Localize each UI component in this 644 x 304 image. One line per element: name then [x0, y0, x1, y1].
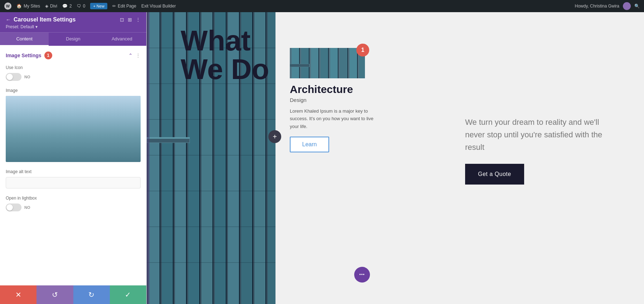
search-icon[interactable]: 🔍 — [634, 4, 640, 9]
hero-title-line2: We Do — [181, 55, 269, 84]
svg-rect-24 — [162, 12, 173, 304]
floating-menu-button[interactable]: ••• — [354, 267, 370, 283]
use-icon-field: Use Icon NO — [6, 65, 141, 81]
comment-icon: 🗨 — [77, 4, 81, 9]
dots-menu-icon: ••• — [359, 272, 365, 277]
redo-icon: ↻ — [88, 290, 94, 299]
section-dots-icon[interactable]: ⋮ — [136, 53, 141, 58]
use-icon-toggle[interactable] — [6, 73, 21, 81]
panel-title: ← Carousel Item Settings — [6, 16, 75, 23]
canvas-area: What We Do + — [147, 12, 644, 304]
panel-icons: ⊡ ⊞ ⋮ — [120, 17, 141, 23]
get-quote-btn-label: Get a Quote — [478, 171, 511, 177]
card-badge-num: 1 — [361, 47, 365, 53]
card-title: Architecture — [290, 83, 383, 95]
comment-count-menu[interactable]: 🗨 0 — [77, 4, 86, 9]
svg-rect-53 — [292, 48, 299, 78]
open-lightbox-field: Open in lightbox NO — [6, 196, 141, 211]
divi-menu[interactable]: ◈ Divi — [45, 4, 57, 9]
use-icon-label: Use Icon — [6, 65, 141, 70]
svg-rect-58 — [340, 48, 348, 78]
tab-content[interactable]: Content — [0, 33, 49, 46]
howdy-text: Howdy, Christina Gwira — [575, 4, 619, 9]
columns-icon[interactable]: ⊞ — [128, 17, 132, 23]
image-field: Image — [6, 88, 141, 162]
more-icon[interactable]: ⋮ — [136, 17, 141, 23]
preset-arrow-icon: ▾ — [35, 24, 38, 29]
open-lightbox-label: Open in lightbox — [6, 196, 141, 201]
image-preview[interactable] — [6, 96, 141, 162]
comment-count-label: 0 — [83, 4, 86, 9]
tab-design-label: Design — [66, 36, 80, 41]
lightbox-toggle-row: NO — [6, 204, 141, 211]
lightbox-toggle-label: NO — [24, 205, 30, 210]
my-sites-menu[interactable]: 🏠 My Sites — [16, 4, 40, 9]
pencil-icon: ✏ — [112, 4, 116, 9]
tagline-section: We turn your dream to reality and we'll … — [465, 116, 615, 185]
add-module-button[interactable]: + — [268, 130, 281, 143]
resize-icon[interactable]: ⊡ — [120, 17, 124, 23]
svg-rect-68 — [290, 64, 309, 67]
home-icon: 🏠 — [16, 4, 22, 9]
exit-builder-label: Exit Visual Builder — [141, 4, 176, 9]
divi-icon: ◈ — [45, 4, 48, 9]
tab-design[interactable]: Design — [49, 33, 97, 46]
section-title: Image Settings 1 — [6, 52, 52, 59]
lightbox-toggle[interactable] — [6, 204, 21, 211]
bubble-icon: 💬 — [62, 4, 68, 9]
undo-icon: ↺ — [52, 290, 58, 299]
wp-logo-icon[interactable]: W — [4, 3, 11, 10]
preset-label[interactable]: Preset: Default ▾ — [6, 24, 141, 29]
cancel-icon: ✕ — [15, 290, 21, 299]
confirm-button[interactable]: ✓ — [110, 285, 146, 304]
svg-rect-50 — [147, 137, 190, 139]
comments-menu[interactable]: 💬 2 — [62, 4, 72, 9]
panel-title-text: Carousel Item Settings — [14, 16, 75, 23]
back-arrow-icon[interactable]: ← — [6, 17, 11, 23]
new-button[interactable]: + New — [90, 3, 107, 9]
section-title-text: Image Settings — [6, 53, 42, 58]
svg-rect-55 — [311, 48, 319, 78]
preset-text: Preset: Default — [6, 24, 34, 29]
section-badge: 1 — [44, 52, 52, 59]
svg-rect-59 — [350, 48, 357, 78]
carousel-card: 1 Architecture Design Lorem Khaled Ipsum… — [290, 48, 383, 152]
edit-page-button[interactable]: ✏ Edit Page — [112, 4, 136, 9]
get-quote-button[interactable]: Get a Quote — [465, 164, 524, 185]
panel-bottom: ✕ ↺ ↻ ✓ — [0, 285, 146, 304]
confirm-icon: ✓ — [125, 290, 131, 299]
cancel-button[interactable]: ✕ — [0, 285, 36, 304]
collapse-icon[interactable]: ⌃ — [128, 53, 133, 58]
image-label: Image — [6, 88, 141, 93]
panel-title-row: ← Carousel Item Settings ⊡ ⊞ ⋮ — [6, 16, 141, 23]
comments-count: 2 — [69, 4, 72, 9]
section-badge-num: 1 — [47, 53, 49, 58]
tab-advanced[interactable]: Advanced — [98, 33, 146, 46]
learn-button[interactable]: Learn — [290, 137, 329, 152]
learn-btn-label: Learn — [302, 141, 317, 147]
user-avatar[interactable] — [623, 2, 631, 10]
divi-label: Divi — [50, 4, 57, 9]
main-layout: ← Carousel Item Settings ⊡ ⊞ ⋮ Preset: D… — [0, 12, 644, 304]
svg-rect-56 — [321, 48, 328, 78]
redo-button[interactable]: ↻ — [73, 285, 110, 304]
card-image-container: 1 — [290, 48, 365, 78]
plus-icon: + — [273, 133, 277, 141]
admin-bar-left: W 🏠 My Sites ◈ Divi 💬 2 🗨 0 + New ✏ Edit… — [4, 3, 569, 10]
svg-rect-23 — [148, 12, 160, 304]
left-panel: ← Carousel Item Settings ⊡ ⊞ ⋮ Preset: D… — [0, 12, 147, 304]
toggle-knob — [6, 74, 13, 80]
undo-button[interactable]: ↺ — [36, 285, 73, 304]
image-preview-building — [6, 96, 141, 162]
image-alt-input[interactable] — [6, 177, 141, 188]
hero-title-line1: What — [181, 26, 269, 55]
edit-page-label: Edit Page — [118, 4, 136, 9]
image-settings-section: Image Settings 1 ⌃ ⋮ — [6, 52, 141, 59]
card-description: Lorem Khaled Ipsum is a major key to suc… — [290, 107, 383, 130]
panel-tabs: Content Design Advanced — [0, 32, 146, 46]
card-image-svg — [290, 48, 365, 78]
exit-builder-button[interactable]: Exit Visual Builder — [141, 4, 176, 9]
tab-advanced-label: Advanced — [112, 36, 132, 41]
hero-title: What We Do — [181, 26, 269, 84]
image-alt-field: Image alt text — [6, 169, 141, 188]
